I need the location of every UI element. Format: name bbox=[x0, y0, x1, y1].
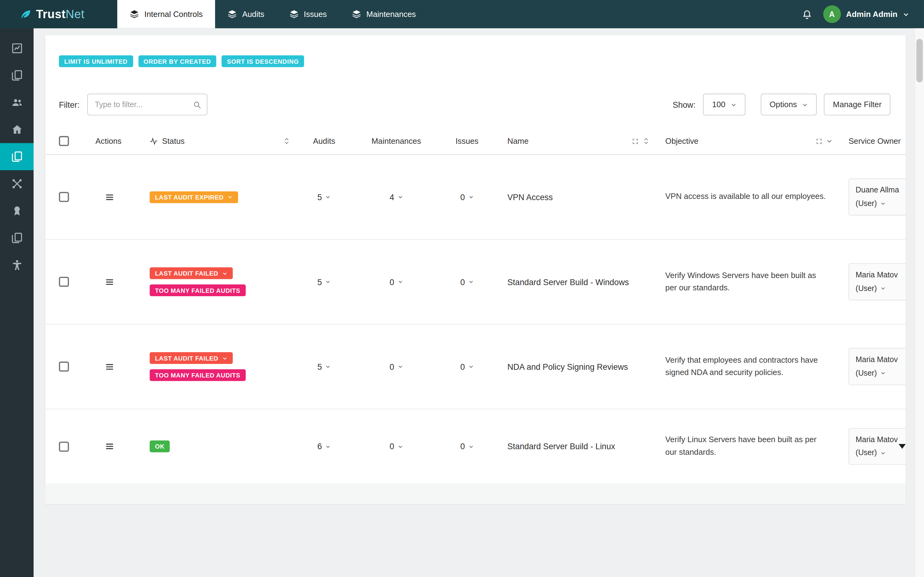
users-icon bbox=[11, 97, 23, 108]
row-checkbox[interactable] bbox=[59, 192, 69, 202]
chevron-down-icon[interactable] bbox=[826, 138, 832, 144]
audits-count[interactable]: 5 bbox=[294, 277, 354, 287]
maintenances-count[interactable]: 4 bbox=[354, 192, 439, 201]
service-owner-select[interactable]: Maria Matov(User) bbox=[848, 428, 906, 465]
service-owner-select[interactable]: Maria Matov(User) bbox=[848, 264, 906, 300]
control-name[interactable]: VPN Access bbox=[495, 192, 654, 201]
row-actions-menu-icon[interactable] bbox=[105, 277, 114, 287]
issues-count[interactable]: 0 bbox=[439, 277, 495, 287]
sidebar-item-records[interactable] bbox=[0, 224, 34, 251]
search-icon bbox=[192, 100, 202, 109]
service-owner-select[interactable]: Duane Allma(User) bbox=[848, 179, 906, 215]
table-row: LAST AUDIT EXPIRED540VPN AccessVPN acces… bbox=[45, 155, 906, 240]
filter-input[interactable] bbox=[87, 93, 207, 116]
expand-icon[interactable] bbox=[632, 138, 639, 145]
brand-trust: Trust bbox=[36, 7, 66, 20]
audits-count[interactable]: 5 bbox=[294, 362, 354, 371]
status-badge[interactable]: LAST AUDIT FAILED bbox=[150, 267, 233, 279]
audits-count[interactable]: 6 bbox=[294, 442, 354, 451]
control-name[interactable]: Standard Server Build - Windows bbox=[495, 277, 654, 287]
chevron-down-icon bbox=[468, 279, 473, 285]
sidebar-item-home[interactable] bbox=[0, 116, 34, 143]
bell-icon bbox=[801, 9, 813, 20]
brand-logo[interactable]: TrustNet bbox=[0, 0, 117, 28]
brand-text: TrustNet bbox=[36, 7, 85, 21]
control-name[interactable]: NDA and Policy Signing Reviews bbox=[495, 362, 654, 371]
chevron-down-icon bbox=[468, 194, 473, 200]
badge-icon bbox=[11, 205, 23, 217]
chevron-down-icon bbox=[326, 279, 331, 285]
maintenances-count[interactable]: 0 bbox=[354, 277, 439, 287]
header-checkbox-cell bbox=[59, 128, 85, 154]
tab-maintenances[interactable]: Maintenances bbox=[339, 0, 428, 28]
column-header-status[interactable]: Status bbox=[148, 128, 294, 154]
query-pill[interactable]: SORT IS DESCENDING bbox=[221, 55, 304, 67]
tab-issues[interactable]: Issues bbox=[277, 0, 339, 28]
sidebar-item-documents[interactable] bbox=[0, 62, 34, 89]
tab-internal-controls[interactable]: Internal Controls bbox=[117, 0, 215, 28]
issues-count[interactable]: 0 bbox=[439, 442, 495, 451]
options-button[interactable]: Options bbox=[761, 93, 817, 116]
column-header-name[interactable]: Name bbox=[495, 128, 654, 154]
notifications-bell-icon[interactable] bbox=[801, 9, 813, 20]
sort-icon[interactable] bbox=[642, 137, 650, 145]
row-checkbox[interactable] bbox=[59, 441, 69, 451]
column-header-maintenances[interactable]: Maintenances bbox=[354, 128, 439, 154]
row-actions-menu-icon[interactable] bbox=[105, 192, 114, 201]
control-name[interactable]: Standard Server Build - Linux bbox=[495, 442, 654, 451]
control-objective: Verify that employees and contractors ha… bbox=[654, 355, 837, 379]
maintenances-count[interactable]: 0 bbox=[354, 362, 439, 371]
leaf-logo-icon bbox=[19, 8, 32, 20]
row-actions-menu-icon[interactable] bbox=[105, 442, 114, 451]
expand-icon[interactable] bbox=[816, 138, 823, 145]
sidebar-item-accessibility[interactable] bbox=[0, 251, 34, 279]
scrollbar-thumb[interactable] bbox=[916, 39, 923, 82]
sidebar-item-reports[interactable] bbox=[0, 35, 34, 62]
column-header-objective[interactable]: Objective bbox=[654, 128, 837, 154]
maintenances-count[interactable]: 0 bbox=[354, 442, 439, 451]
chevron-down-icon bbox=[468, 364, 473, 369]
sidebar-item-internal-controls[interactable] bbox=[0, 143, 34, 170]
network-icon bbox=[11, 178, 23, 190]
chart-icon bbox=[11, 42, 23, 54]
issues-count[interactable]: 0 bbox=[439, 362, 495, 371]
chevron-down-icon bbox=[880, 201, 886, 206]
row-checkbox[interactable] bbox=[59, 361, 69, 372]
chevron-down-icon bbox=[223, 271, 228, 276]
chevron-down-icon bbox=[398, 279, 403, 285]
sidebar-item-connections[interactable] bbox=[0, 170, 34, 197]
chevron-down-icon bbox=[398, 444, 403, 449]
user-menu[interactable]: A Admin Admin bbox=[823, 5, 909, 23]
accessibility-icon bbox=[11, 259, 23, 271]
query-pill[interactable]: LIMIT IS UNLIMITED bbox=[59, 55, 133, 67]
column-header-actions: Actions bbox=[85, 128, 148, 154]
manage-filter-button[interactable]: Manage Filter bbox=[824, 93, 890, 116]
status-badge[interactable]: LAST AUDIT EXPIRED bbox=[150, 191, 239, 203]
chevron-down-icon bbox=[326, 444, 331, 449]
chevron-down-icon bbox=[398, 364, 403, 369]
row-checkbox[interactable] bbox=[59, 277, 69, 287]
status-badge[interactable]: LAST AUDIT FAILED bbox=[150, 352, 233, 364]
copy-icon bbox=[11, 232, 23, 244]
scroll-down-indicator[interactable] bbox=[899, 444, 906, 449]
toolbar-right: Show: 100 Options Manage Filter bbox=[673, 93, 890, 116]
sort-icon[interactable] bbox=[283, 137, 291, 145]
page-scrollbar[interactable] bbox=[914, 28, 924, 577]
column-header-issues[interactable]: Issues bbox=[439, 128, 495, 154]
sidebar-item-certifications[interactable] bbox=[0, 197, 34, 224]
chevron-down-icon bbox=[326, 194, 331, 200]
column-header-audits[interactable]: Audits bbox=[294, 128, 354, 154]
control-objective: Verify Linux Servers have been built as … bbox=[654, 434, 837, 459]
service-owner-select[interactable]: Maria Matov(User) bbox=[848, 348, 906, 385]
show-count-select[interactable]: 100 bbox=[703, 93, 745, 116]
row-actions-menu-icon[interactable] bbox=[105, 362, 114, 371]
sidebar bbox=[0, 28, 34, 577]
tab-audits[interactable]: Audits bbox=[215, 0, 277, 28]
table-body: LAST AUDIT EXPIRED540VPN AccessVPN acces… bbox=[45, 155, 906, 484]
query-pill[interactable]: ORDER BY CREATED bbox=[138, 55, 216, 67]
sidebar-item-users[interactable] bbox=[0, 89, 34, 116]
top-navbar: TrustNet Internal ControlsAuditsIssuesMa… bbox=[0, 0, 924, 28]
select-all-checkbox[interactable] bbox=[59, 136, 69, 146]
audits-count[interactable]: 5 bbox=[294, 192, 354, 201]
issues-count[interactable]: 0 bbox=[439, 192, 495, 201]
